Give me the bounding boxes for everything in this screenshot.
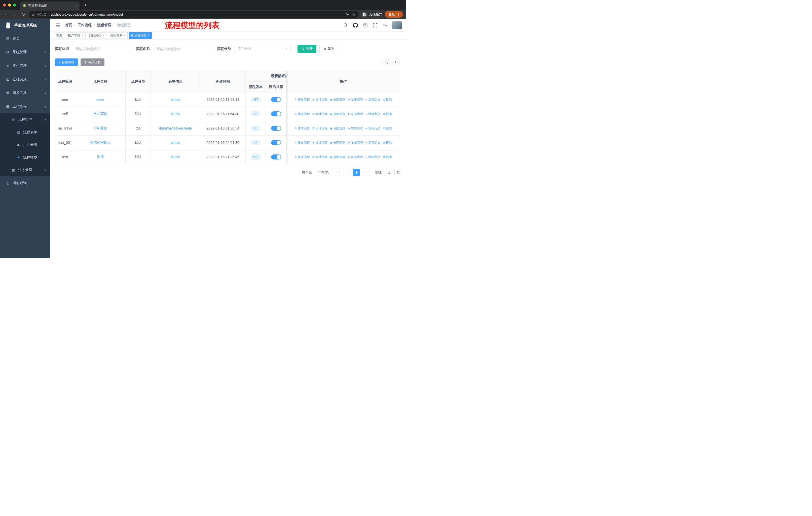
publish-process-link[interactable]: ➤发布流程: [348, 112, 363, 116]
address-bar[interactable]: ⚠ 不安全 dashboard.yudao.iocoder.cn/bpm/man…: [29, 11, 359, 18]
delete-link[interactable]: ⊗删除: [383, 155, 392, 159]
sidebar-item-system-manage[interactable]: ⚙系统管理∨: [0, 45, 50, 59]
publish-process-link[interactable]: ➤发布流程: [348, 98, 363, 102]
form-link[interactable]: biubiu: [171, 141, 180, 145]
import-process-button[interactable]: ↥ 导入流程: [81, 58, 105, 66]
form-link[interactable]: biubiu: [171, 112, 180, 116]
assign-rule-link[interactable]: ◉分配规则: [330, 98, 345, 102]
assign-rule-link[interactable]: ◉分配规则: [330, 126, 345, 131]
process-name-link[interactable]: eeee: [96, 98, 104, 102]
assign-rule-link[interactable]: ◉分配规则: [330, 155, 345, 159]
font-size-icon[interactable]: TT: [382, 22, 388, 28]
sidebar-item-process-model[interactable]: ✈流程模型: [0, 151, 50, 164]
page-size-select[interactable]: 10条/页 ∨: [316, 169, 340, 176]
active-toggle[interactable]: [271, 97, 281, 102]
process-name-link[interactable]: OA 请假: [94, 126, 107, 130]
sidebar-item-infrastructure[interactable]: ⊡基础设施∨: [0, 73, 50, 86]
minimize-window-button[interactable]: [8, 3, 11, 6]
form-link[interactable]: biubiu: [171, 98, 180, 102]
prev-page-button[interactable]: ‹: [343, 169, 350, 176]
process-definition-link[interactable]: ∞流程定义: [366, 112, 380, 116]
publish-process-link[interactable]: ➤发布流程: [348, 126, 363, 131]
design-process-link[interactable]: ⚙设计流程: [312, 141, 327, 145]
process-key-input[interactable]: [72, 45, 130, 53]
github-icon[interactable]: [353, 22, 358, 28]
help-icon[interactable]: ?: [362, 22, 368, 28]
breadcrumb-item[interactable]: 首页: [65, 23, 72, 27]
edit-process-link[interactable]: ✎修改流程: [294, 112, 310, 116]
sidebar-item-home[interactable]: ⊞首页: [0, 32, 50, 45]
edit-process-link[interactable]: ✎修改流程: [294, 98, 310, 102]
zoom-window-button[interactable]: [13, 3, 16, 6]
breadcrumb-item[interactable]: 工作流程: [78, 23, 92, 27]
search-icon[interactable]: [343, 22, 348, 28]
tag-view[interactable]: 流程模型×: [129, 32, 152, 39]
goto-page-input[interactable]: [384, 169, 395, 176]
tag-view[interactable]: 首页: [54, 32, 64, 39]
sidebar-item-payment-manage[interactable]: ¥支付管理∨: [0, 59, 50, 73]
create-process-button[interactable]: + 新建流程: [55, 58, 78, 66]
tag-view[interactable]: 我的流程×: [87, 32, 107, 39]
close-icon[interactable]: ×: [103, 33, 105, 37]
search-button[interactable]: 搜索: [297, 45, 316, 53]
category-select[interactable]: 流程分类 ∨: [234, 45, 290, 53]
process-name-link[interactable]: 自己审批: [93, 112, 108, 116]
tag-view[interactable]: 租户管理×: [66, 32, 86, 39]
next-page-button[interactable]: ›: [363, 169, 370, 176]
design-process-link[interactable]: ⚙设计流程: [312, 126, 327, 131]
active-toggle[interactable]: [271, 111, 281, 116]
process-definition-link[interactable]: ∞流程定义: [366, 98, 380, 102]
new-tab-button[interactable]: +: [82, 1, 89, 9]
active-toggle[interactable]: [271, 140, 281, 145]
design-process-link[interactable]: ⚙设计流程: [312, 112, 327, 116]
process-definition-link[interactable]: ∞流程定义: [366, 126, 380, 131]
assign-rule-link[interactable]: ◉分配规则: [330, 112, 345, 116]
assign-rule-link[interactable]: ◉分配规则: [330, 141, 345, 145]
close-icon[interactable]: ×: [81, 33, 83, 37]
active-toggle[interactable]: [271, 126, 281, 131]
sidebar-item-process-form[interactable]: ▤流程表单: [0, 126, 50, 139]
sidebar-item-leave-query[interactable]: ☺请假查询: [0, 176, 50, 190]
password-key-icon[interactable]: [345, 12, 349, 17]
process-name-input[interactable]: [153, 45, 211, 53]
delete-link[interactable]: ⊗删除: [383, 98, 392, 102]
close-icon[interactable]: ×: [123, 33, 125, 37]
tab-close-icon[interactable]: ×: [75, 3, 77, 7]
sidebar-item-user-group[interactable]: ☻用户分组: [0, 139, 50, 151]
edit-process-link[interactable]: ✎修改流程: [294, 155, 310, 159]
active-toggle[interactable]: [271, 155, 281, 160]
delete-link[interactable]: ⊗删除: [383, 112, 392, 116]
tag-view[interactable]: 流程表单×: [108, 32, 127, 39]
refresh-table-button[interactable]: ↻: [393, 58, 400, 66]
kebab-menu-icon[interactable]: ⋮: [397, 12, 401, 17]
delete-link[interactable]: ⊗删除: [383, 126, 392, 131]
reset-button[interactable]: ↻ 重置: [319, 45, 338, 53]
process-definition-link[interactable]: ∞流程定义: [366, 141, 380, 145]
sidebar-item-task-manage[interactable]: ▦任务管理∨: [0, 164, 50, 176]
design-process-link[interactable]: ⚙设计流程: [312, 155, 327, 159]
browser-tab[interactable]: 芋道管理系统 ×: [20, 1, 80, 9]
breadcrumb-item[interactable]: 流程管理: [97, 23, 111, 27]
hamburger-icon[interactable]: [54, 22, 61, 28]
show-search-button[interactable]: [382, 58, 390, 66]
edit-process-link[interactable]: ✎修改流程: [294, 126, 310, 131]
delete-link[interactable]: ⊗删除: [383, 141, 392, 145]
process-name-link[interactable]: 测试多审批人: [90, 140, 111, 144]
forward-icon[interactable]: →: [11, 12, 18, 17]
page-number-1[interactable]: 1: [353, 169, 360, 176]
sidebar-item-devtools[interactable]: ⚒研发工具∨: [0, 86, 50, 100]
close-window-button[interactable]: [3, 3, 6, 6]
avatar[interactable]: [392, 21, 402, 29]
process-definition-link[interactable]: ∞流程定义: [366, 155, 380, 159]
bookmark-star-icon[interactable]: ☆: [352, 12, 356, 17]
app-logo-row[interactable]: 芋道管理系统: [0, 19, 50, 32]
sidebar-item-workflow[interactable]: ▣工作流程∧: [0, 100, 50, 113]
update-button[interactable]: 更新 ⋮: [385, 11, 403, 18]
form-link[interactable]: /bpm/oa/leave/create: [159, 126, 192, 130]
publish-process-link[interactable]: ➤发布流程: [348, 141, 363, 145]
close-icon[interactable]: ×: [148, 33, 150, 37]
edit-process-link[interactable]: ✎修改流程: [294, 141, 310, 145]
design-process-link[interactable]: ⚙设计流程: [312, 98, 327, 102]
process-name-link[interactable]: 滔博: [97, 155, 104, 159]
reload-icon[interactable]: ↻: [20, 12, 26, 17]
